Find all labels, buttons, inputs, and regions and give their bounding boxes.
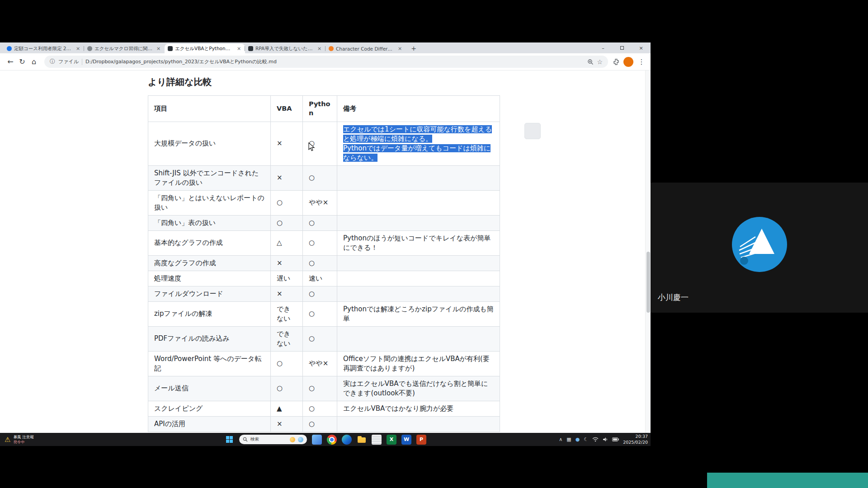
col-header-vba: VBA [271,96,303,122]
weather-line1: 暴風 注意報 [13,435,33,440]
scrollbar-thumb[interactable] [646,252,650,313]
vba-cell: できない [271,326,303,351]
note-text: Officeソフト間の連携はエクセルVBAが有利(要再調査ではありますが) [343,355,490,372]
search-label: 検索 [250,436,287,442]
word-icon[interactable]: W [401,435,411,445]
tab-character-code[interactable]: Character Code Differences Be... × [326,44,406,53]
vba-cell: × [271,416,303,432]
scheme-label: ファイル [58,58,79,65]
note-cell [337,416,500,432]
note-cell: エクセルVBAではかなり腕力が必要 [337,401,500,416]
battery-icon[interactable] [612,437,619,441]
python-cell: ○ [303,230,337,255]
profile-avatar[interactable] [623,57,633,67]
col-header-note: 備考 [337,96,500,122]
address-url[interactable]: D:/Dropbox/galapagos_projects/python_202… [85,58,584,65]
note-text-selected: エクセルでは1シートに収容可能な行数を超えると処理が極端に煩雑になる。 Pyth… [343,125,492,162]
clock-date: 2025/02/20 [623,440,648,445]
reload-button[interactable]: ↻ [16,56,28,68]
note-text: 実はエクセルVBAでも送信だけなら割と簡単にできます(outlook不要) [343,380,488,397]
maximize-button[interactable] [613,42,632,53]
col-header-item: 項目 [148,96,271,122]
vba-cell: ○ [271,190,303,215]
python-cell: 速い [303,271,337,286]
new-tab-button[interactable]: + [409,43,419,53]
screen-recording-stage: 定額コース利用者限定 2025年02... × エクセルマクロ習得に関係する4つ… [0,0,868,488]
page-content: より詳細な比較 項目 VBA Python 備考 大規模データの扱い×○エクセル… [0,70,651,433]
browser-toolbar: ← ↻ ⌂ ⓘ ファイル D:/Dropbox/galapagos_projec… [0,53,651,70]
notepad-icon[interactable] [372,435,382,445]
tab-close-icon[interactable]: × [236,46,242,52]
start-button[interactable] [224,435,234,445]
floating-panel [524,123,541,139]
note-cell [337,215,500,230]
note-cell [337,165,500,190]
tray-app-icon[interactable]: ▦ [566,436,571,442]
vba-cell: △ [271,230,303,255]
item-cell: 「四角い」とはいえないレポートの扱い [148,190,271,215]
participant-logo-avatar [732,217,787,272]
back-button[interactable]: ← [5,56,16,68]
table-row: APIの活用×○ [148,416,500,432]
tab-title: RPA導入で失敗しないために知っ... [255,46,314,52]
tab-title: Character Code Differences Be... [336,46,395,52]
markdown-favicon [248,46,253,51]
tab-excel-macro[interactable]: エクセルマクロ習得に関係する4つ... × [84,44,165,53]
note-cell [337,190,500,215]
item-cell: 処理速度 [148,271,271,286]
tab-rpa[interactable]: RPA導入で失敗しないために知っ... × [245,44,326,53]
edge-icon[interactable] [342,435,352,445]
item-cell: 基本的なグラフの作成 [148,230,271,255]
chrome-icon[interactable] [327,435,337,445]
note-cell [337,326,500,351]
page-info-icon[interactable]: ⓘ [50,58,55,66]
python-cell: ○ [303,215,337,230]
minimize-button[interactable]: – [594,42,613,53]
tab-member-course[interactable]: 定額コース利用者限定 2025年02... × [4,44,84,53]
task-view-icon[interactable] [312,435,322,445]
volume-icon[interactable] [603,437,608,442]
tab-close-icon[interactable]: × [316,46,322,52]
file-explorer-icon[interactable] [357,435,367,445]
powerpoint-icon[interactable]: P [416,435,426,445]
vba-cell: × [271,165,303,190]
comparison-table-body: 大規模データの扱い×○エクセルでは1シートに収容可能な行数を超えると処理が極端に… [148,122,500,432]
tray-chevron-icon[interactable]: ∧ [559,436,562,442]
home-button[interactable]: ⌂ [28,56,40,68]
window-controls: – × [594,42,651,53]
wifi-icon[interactable] [592,437,599,442]
taskbar-clock[interactable]: 20:37 2025/02/20 [623,434,648,445]
python-cell: ○ [303,255,337,271]
tab-favicon [329,46,334,51]
search-icon [243,437,248,442]
table-row: 処理速度遅い速い [148,271,500,286]
table-row: Shift-JIS 以外でエンコードされたファイルの扱い×○ [148,165,500,190]
bookmark-star-icon[interactable]: ☆ [597,58,603,66]
item-cell: 大規模データの扱い [148,122,271,165]
tab-vba-python-comparison[interactable]: エクセルVBAとPythonの比較.md × [165,44,245,53]
address-bar[interactable]: ⓘ ファイル D:/Dropbox/galapagos_projects/pyt… [44,56,608,68]
python-cell: ○ [303,326,337,351]
tab-favicon [7,46,12,51]
weather-widget[interactable]: ⚠ 暴風 注意報 発令中 [5,433,34,446]
browser-menu-icon[interactable]: ⋮ [637,58,646,66]
tab-close-icon[interactable]: × [397,46,403,52]
tab-close-icon[interactable]: × [156,46,161,52]
participant-video-tile: 小川慶一 [651,183,868,313]
tab-close-icon[interactable]: × [75,46,81,52]
vba-cell: ▲ [271,401,303,416]
page-scrollbar[interactable] [645,70,651,433]
markdown-favicon [168,46,173,51]
tray-bluetooth-icon[interactable]: ● [576,436,580,442]
zoom-icon[interactable] [587,59,594,65]
clock-time: 20:37 [623,434,648,439]
extensions-puzzle-icon[interactable] [613,58,620,66]
excel-icon[interactable]: X [387,435,396,445]
tray-night-icon[interactable]: ☾ [584,436,588,442]
note-cell [337,271,500,286]
section-heading: より詳細な比較 [148,76,500,88]
close-button[interactable]: × [632,42,651,53]
tab-title: 定額コース利用者限定 2025年02... [14,46,73,52]
vba-cell: × [271,255,303,271]
taskbar-search[interactable]: 検索 [239,435,307,444]
